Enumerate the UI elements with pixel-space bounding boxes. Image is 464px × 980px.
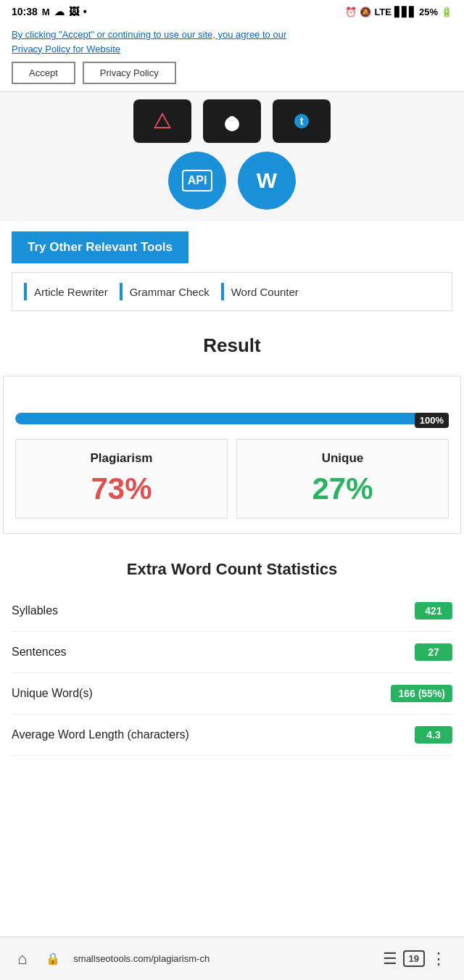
battery-icon: 🔋: [441, 7, 452, 17]
app-icons-row: t: [12, 99, 452, 143]
tool-word-counter[interactable]: Word Counter: [221, 280, 310, 303]
tool-article-rewriter[interactable]: Article Rewriter: [24, 280, 120, 303]
try-tools-section: Try Other Relevant Tools: [12, 231, 452, 263]
app-icon-2[interactable]: [203, 99, 261, 143]
lte-label: LTE: [374, 7, 392, 17]
plagiarism-label: Plagiarism: [28, 451, 215, 466]
unique-label: Unique: [249, 451, 436, 466]
avg-word-length-value: 4.3: [415, 726, 452, 744]
signal-icon: ▋▋▋: [394, 7, 416, 17]
apple-icon: [219, 108, 245, 134]
privacy-policy-link[interactable]: Privacy Policy for Website: [12, 44, 120, 54]
app-icon-1[interactable]: [133, 99, 191, 143]
app-icon-3[interactable]: t: [273, 99, 331, 143]
syllables-value: 421: [415, 602, 452, 619]
progress-bar-container: 100%: [15, 413, 449, 424]
result-title: Result: [12, 334, 452, 357]
plagiarism-value: 73%: [28, 472, 215, 506]
time-display: 10:38: [12, 6, 38, 17]
stats-row: Plagiarism 73% Unique 27%: [15, 439, 449, 519]
accept-button[interactable]: Accept: [12, 62, 75, 84]
dot-icon: •: [83, 6, 87, 17]
mute-icon: 🔕: [360, 7, 371, 17]
plagiarism-box: Plagiarism 73%: [15, 439, 228, 519]
privacy-policy-button[interactable]: Privacy Policy: [83, 62, 176, 84]
tool-article-rewriter-label: Article Rewriter: [34, 286, 108, 298]
tools-list: Article Rewriter Grammar Check Word Coun…: [12, 272, 452, 311]
stat-row-unique-words: Unique Word(s) 166 (55%): [12, 673, 452, 715]
status-right: ⏰ 🔕 LTE ▋▋▋ 25% 🔋: [345, 7, 452, 17]
stat-row-sentences: Sentences 27: [12, 632, 452, 673]
image-icon: 🖼: [69, 6, 79, 17]
battery-percent: 25%: [419, 7, 438, 17]
unique-value: 27%: [249, 472, 436, 506]
progress-card: 100% Plagiarism 73% Unique 27%: [3, 376, 461, 534]
extra-stats-section: Extra Word Count Statistics Syllables 42…: [0, 545, 464, 763]
status-bar: 10:38 M ☁ 🖼 • ⏰ 🔕 LTE ▋▋▋ 25% 🔋: [0, 0, 464, 20]
arrow-icon: [149, 108, 175, 134]
unique-words-value: 166 (55%): [391, 685, 452, 702]
result-section: Result: [0, 320, 464, 376]
stat-row-avg-word-length: Average Word Length (characters) 4.3: [12, 715, 452, 756]
sentences-label: Sentences: [12, 646, 67, 659]
progress-bar-fill: [15, 413, 449, 424]
extra-stats-title: Extra Word Count Statistics: [12, 560, 452, 579]
sentences-value: 27: [415, 643, 452, 661]
svg-text:t: t: [300, 115, 304, 127]
tool-grammar-check[interactable]: Grammar Check: [120, 280, 221, 303]
cloud-icon: ☁: [54, 6, 65, 17]
alarm-icon: ⏰: [345, 7, 357, 17]
unique-box: Unique 27%: [236, 439, 449, 519]
stat-row-syllables: Syllables 421: [12, 590, 452, 632]
cookie-text: By clicking "Accept" or continuing to us…: [12, 28, 452, 56]
wp-label: W: [257, 168, 277, 193]
wordpress-icon-circle[interactable]: W: [238, 152, 296, 210]
tool-grammar-check-label: Grammar Check: [130, 286, 210, 298]
icons-section: t API W: [0, 92, 464, 221]
tab-count-button[interactable]: 19: [403, 950, 425, 967]
api-label: API: [182, 170, 213, 192]
unique-words-label: Unique Word(s): [12, 687, 93, 700]
syllables-label: Syllables: [12, 604, 58, 617]
tool-word-counter-label: Word Counter: [231, 286, 299, 298]
email-icon: M: [42, 7, 50, 17]
twitter-icon: t: [289, 112, 315, 131]
menu-icon[interactable]: ☰: [377, 947, 403, 971]
url-bar: 🔒 smallseotools.com/plagiarism-ch: [40, 949, 369, 968]
try-tools-button[interactable]: Try Other Relevant Tools: [12, 231, 188, 263]
progress-label: 100%: [415, 413, 449, 428]
circle-icons-row: API W: [12, 152, 452, 210]
more-icon[interactable]: ⋮: [425, 947, 452, 971]
avg-word-length-label: Average Word Length (characters): [12, 728, 189, 741]
cookie-main-text: By clicking "Accept" or continuing to us…: [12, 29, 286, 40]
status-left: 10:38 M ☁ 🖼 •: [12, 6, 87, 17]
url-text[interactable]: smallseotools.com/plagiarism-ch: [73, 953, 369, 964]
cookie-buttons: Accept Privacy Policy: [12, 62, 452, 84]
progress-bar-bg: [15, 413, 449, 424]
cookie-banner: By clicking "Accept" or continuing to us…: [0, 20, 464, 92]
api-icon-circle[interactable]: API: [168, 152, 226, 210]
svg-rect-4: [228, 120, 236, 127]
lock-icon: 🔒: [40, 949, 66, 968]
bottom-nav: ⌂ 🔒 smallseotools.com/plagiarism-ch ☰ 19…: [0, 936, 464, 980]
home-button[interactable]: ⌂: [12, 947, 33, 971]
